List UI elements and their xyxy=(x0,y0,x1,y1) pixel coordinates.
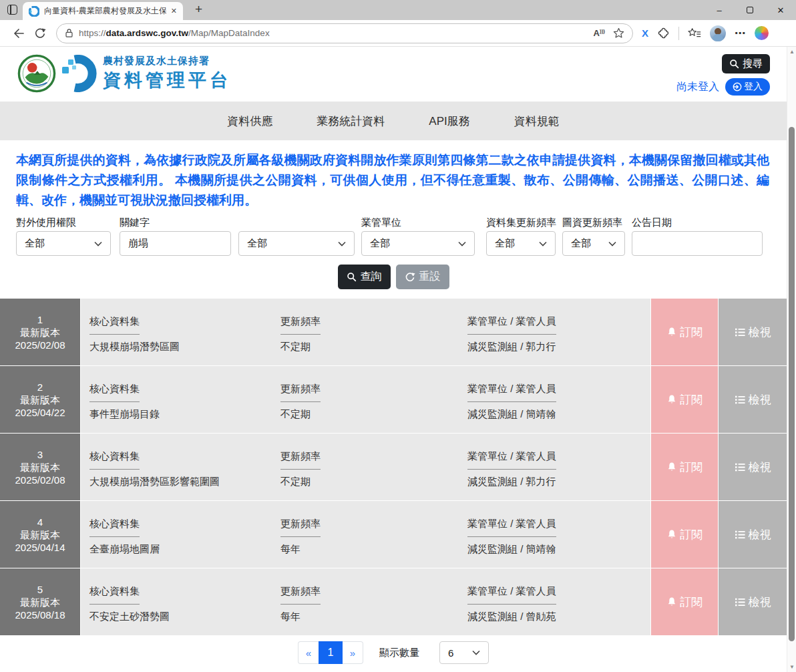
new-tab-button[interactable]: + xyxy=(195,2,202,17)
browser-menu-icon[interactable]: ⋯ xyxy=(735,27,746,39)
reload-icon[interactable] xyxy=(34,27,46,39)
read-aloud-icon[interactable]: A))) xyxy=(594,28,605,38)
row-version-cell: 1 最新版本 2025/02/08 xyxy=(0,299,80,365)
dataset-label: 核心資料集 xyxy=(89,383,140,402)
map-freq-select[interactable]: 全部 xyxy=(562,231,625,256)
filter-unit-label: 業管單位 xyxy=(361,216,475,231)
subscribe-button[interactable]: 訂閱 xyxy=(651,434,718,500)
favorites-bar-icon[interactable] xyxy=(688,27,701,39)
url-text: https://data.ardswc.gov.tw/Map/MapDataIn… xyxy=(79,28,270,38)
site-logo[interactable]: 農村發展及水土保持署 資料管理平台 xyxy=(17,54,231,93)
chevron-down-icon xyxy=(458,241,466,246)
browser-tab[interactable]: 向量資料-農業部農村發展及水土保 ✕ xyxy=(23,2,183,20)
view-label: 檢視 xyxy=(749,595,771,610)
copilot-icon[interactable] xyxy=(755,26,769,40)
dataset-name: 不安定土砂潛勢圖 xyxy=(89,611,170,623)
list-icon xyxy=(735,462,746,472)
scrollbar-up-icon[interactable]: ▲ xyxy=(787,47,796,57)
x-extension-icon[interactable]: X xyxy=(642,27,648,39)
row-version-date: 2025/04/22 xyxy=(15,406,65,419)
row-main-cell: 核心資料集不安定土砂潛勢圖 更新頻率每年 業管單位 / 業管人員減災監測組 / … xyxy=(81,568,650,635)
org-name: 農村發展及水土保持署 xyxy=(103,55,231,67)
scrollbar-thumb[interactable] xyxy=(789,127,795,641)
reset-button[interactable]: 重設 xyxy=(396,265,449,289)
nav-item-data-supply[interactable]: 資料供應 xyxy=(227,114,272,129)
bell-icon xyxy=(666,529,677,540)
unit-label: 業管單位 / 業管人員 xyxy=(467,585,556,605)
row-version-label: 最新版本 xyxy=(20,461,60,474)
dataset-name: 大規模崩塌潛勢區影響範圍圖 xyxy=(89,476,220,488)
profile-avatar[interactable] xyxy=(710,25,726,41)
scrollbar-down-icon[interactable]: ▼ xyxy=(787,662,796,672)
page-scrollbar[interactable]: ▲ ▼ xyxy=(787,47,796,672)
list-icon xyxy=(735,327,746,337)
page-current[interactable]: 1 xyxy=(319,641,343,664)
address-bar[interactable]: https://data.ardswc.gov.tw/Map/MapDataIn… xyxy=(56,23,633,43)
site-favicon xyxy=(29,6,39,17)
unit-label: 業管單位 / 業管人員 xyxy=(467,315,556,335)
view-button[interactable]: 檢視 xyxy=(719,366,787,433)
row-version-date: 2025/02/08 xyxy=(15,474,65,486)
announce-date-input[interactable] xyxy=(640,238,754,249)
workspaces-icon[interactable] xyxy=(7,5,17,15)
display-count-value: 6 xyxy=(448,647,453,659)
subscribe-button[interactable]: 訂閱 xyxy=(651,299,718,365)
keyword-input[interactable] xyxy=(128,238,222,249)
display-count-select[interactable]: 6 xyxy=(439,641,489,664)
maximize-button[interactable] xyxy=(735,0,765,20)
subscribe-button[interactable]: 訂閱 xyxy=(651,568,718,635)
unit-label: 業管單位 / 業管人員 xyxy=(467,450,556,470)
unit-value: 減災監測組 / 郭力行 xyxy=(467,341,556,353)
query-button[interactable]: 查詢 xyxy=(338,265,391,289)
freq-value: 每年 xyxy=(280,611,321,623)
subscribe-button[interactable]: 訂閱 xyxy=(651,366,718,433)
browser-tab-strip: 向量資料-農業部農村發展及水土保 ✕ + – ✕ xyxy=(0,0,796,20)
page-next-button[interactable]: » xyxy=(343,641,363,664)
nav-item-statistics[interactable]: 業務統計資料 xyxy=(317,114,385,129)
category-select[interactable]: 全部 xyxy=(238,231,355,256)
filter-map-freq-label: 圖資更新頻率 xyxy=(562,216,625,231)
back-icon[interactable] xyxy=(13,27,25,39)
view-label: 檢視 xyxy=(749,460,771,475)
header-search-button[interactable]: 搜尋 xyxy=(722,54,770,73)
pagination: « 1 » 顯示數量 6 xyxy=(0,641,787,664)
table-row: 4 最新版本 2025/04/14 核心資料集全臺崩塌地圖層 更新頻率每年 業管… xyxy=(0,501,787,568)
unit-select[interactable]: 全部 xyxy=(361,231,475,256)
filter-actions: 查詢 重設 xyxy=(0,265,787,289)
map-freq-value: 全部 xyxy=(571,237,591,250)
row-version-cell: 5 最新版本 2025/08/18 xyxy=(0,568,80,635)
table-row: 3 最新版本 2025/02/08 核心資料集大規模崩塌潛勢區影響範圍圖 更新頻… xyxy=(0,434,787,500)
freq-value: 每年 xyxy=(280,543,321,556)
filter-map-freq: 圖資更新頻率 全部 xyxy=(562,216,625,256)
view-button[interactable]: 檢視 xyxy=(719,434,787,500)
tab-close-icon[interactable]: ✕ xyxy=(171,7,177,15)
view-button[interactable]: 檢視 xyxy=(719,568,787,635)
favorite-star-icon[interactable] xyxy=(613,27,624,39)
filter-dataset-freq-label: 資料集更新頻率 xyxy=(486,216,556,231)
table-row: 2 最新版本 2025/04/22 核心資料集事件型崩塌目錄 更新頻率不定期 業… xyxy=(0,366,787,433)
subscribe-label: 訂閱 xyxy=(680,595,703,610)
dataset-freq-select[interactable]: 全部 xyxy=(486,231,556,256)
filter-usage-rights: 對外使用權限 全部 xyxy=(16,216,111,256)
dataset-list: 1 最新版本 2025/02/08 核心資料集大規模崩塌潛勢區圖 更新頻率不定期… xyxy=(0,299,787,635)
view-button[interactable]: 檢視 xyxy=(719,299,787,365)
filter-category: 全部 xyxy=(238,216,355,256)
nav-item-api[interactable]: API服務 xyxy=(429,114,469,129)
login-button[interactable]: 登入 xyxy=(725,78,770,96)
usage-rights-select[interactable]: 全部 xyxy=(16,231,111,256)
nav-item-data-spec[interactable]: 資料規範 xyxy=(514,114,560,129)
minimize-button[interactable]: – xyxy=(704,0,735,20)
chevron-down-icon xyxy=(338,241,346,246)
page-prev-button[interactable]: « xyxy=(298,641,319,664)
row-version-label: 最新版本 xyxy=(20,596,60,609)
subscribe-button[interactable]: 訂閱 xyxy=(651,501,718,568)
freq-value: 不定期 xyxy=(280,408,321,421)
keyword-input-wrap xyxy=(120,231,231,256)
lock-icon[interactable] xyxy=(65,28,73,38)
close-button[interactable]: ✕ xyxy=(765,0,796,20)
view-button[interactable]: 檢視 xyxy=(719,501,787,568)
row-number: 3 xyxy=(37,448,43,461)
table-row: 5 最新版本 2025/08/18 核心資料集不安定土砂潛勢圖 更新頻率每年 業… xyxy=(0,568,787,635)
chevron-down-icon xyxy=(608,241,616,246)
extensions-icon[interactable] xyxy=(657,27,670,39)
